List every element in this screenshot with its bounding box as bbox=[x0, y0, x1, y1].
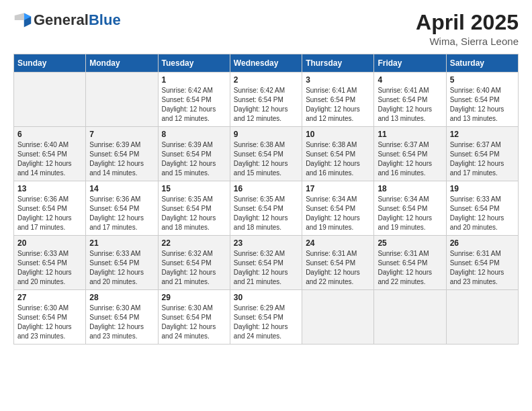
calendar-table: SundayMondayTuesdayWednesdayThursdayFrid… bbox=[13, 54, 519, 345]
calendar-week-row: 13Sunrise: 6:36 AMSunset: 6:54 PMDayligh… bbox=[14, 181, 519, 236]
day-info: Sunrise: 6:42 AMSunset: 6:54 PMDaylight:… bbox=[162, 86, 226, 124]
weekday-header-friday: Friday bbox=[374, 54, 446, 73]
day-number: 23 bbox=[234, 238, 298, 248]
day-info: Sunrise: 6:38 AMSunset: 6:54 PMDaylight:… bbox=[234, 140, 298, 178]
day-info: Sunrise: 6:35 AMSunset: 6:54 PMDaylight:… bbox=[162, 195, 226, 232]
logo-general: General bbox=[34, 12, 89, 28]
calendar-day-cell: 23Sunrise: 6:32 AMSunset: 6:54 PMDayligh… bbox=[230, 236, 302, 290]
day-number: 27 bbox=[17, 293, 82, 302]
calendar-day-cell: 2Sunrise: 6:42 AMSunset: 6:54 PMDaylight… bbox=[230, 73, 302, 127]
calendar-day-cell: 22Sunrise: 6:32 AMSunset: 6:54 PMDayligh… bbox=[158, 236, 230, 290]
day-info: Sunrise: 6:30 AMSunset: 6:54 PMDaylight:… bbox=[89, 304, 154, 341]
calendar-day-cell: 5Sunrise: 6:40 AMSunset: 6:54 PMDaylight… bbox=[446, 73, 518, 127]
day-number: 22 bbox=[162, 238, 226, 248]
day-info: Sunrise: 6:32 AMSunset: 6:54 PMDaylight:… bbox=[162, 249, 226, 287]
day-info: Sunrise: 6:34 AMSunset: 6:54 PMDaylight:… bbox=[306, 195, 370, 232]
weekday-header-sunday: Sunday bbox=[14, 54, 86, 73]
day-info: Sunrise: 6:35 AMSunset: 6:54 PMDaylight:… bbox=[234, 195, 298, 232]
calendar-day-cell: 29Sunrise: 6:30 AMSunset: 6:54 PMDayligh… bbox=[158, 290, 230, 345]
day-number: 7 bbox=[89, 130, 154, 139]
day-info: Sunrise: 6:29 AMSunset: 6:54 PMDaylight:… bbox=[234, 304, 298, 341]
logo-text: General Blue bbox=[34, 12, 121, 28]
day-info: Sunrise: 6:37 AMSunset: 6:54 PMDaylight:… bbox=[378, 140, 442, 178]
calendar-day-cell: 19Sunrise: 6:33 AMSunset: 6:54 PMDayligh… bbox=[446, 181, 518, 236]
calendar-day-cell: 28Sunrise: 6:30 AMSunset: 6:54 PMDayligh… bbox=[86, 290, 158, 345]
day-number: 5 bbox=[450, 75, 515, 85]
day-info: Sunrise: 6:42 AMSunset: 6:54 PMDaylight:… bbox=[234, 86, 298, 124]
day-info: Sunrise: 6:33 AMSunset: 6:54 PMDaylight:… bbox=[89, 249, 154, 287]
calendar-day-cell bbox=[446, 290, 518, 345]
calendar-day-cell: 10Sunrise: 6:38 AMSunset: 6:54 PMDayligh… bbox=[302, 127, 374, 181]
day-number: 6 bbox=[17, 130, 82, 139]
calendar-day-cell: 20Sunrise: 6:33 AMSunset: 6:54 PMDayligh… bbox=[14, 236, 86, 290]
day-info: Sunrise: 6:39 AMSunset: 6:54 PMDaylight:… bbox=[162, 140, 226, 178]
day-info: Sunrise: 6:32 AMSunset: 6:54 PMDaylight:… bbox=[234, 249, 298, 287]
calendar-day-cell: 7Sunrise: 6:39 AMSunset: 6:54 PMDaylight… bbox=[86, 127, 158, 181]
calendar-week-row: 20Sunrise: 6:33 AMSunset: 6:54 PMDayligh… bbox=[14, 236, 519, 290]
calendar-day-cell: 8Sunrise: 6:39 AMSunset: 6:54 PMDaylight… bbox=[158, 127, 230, 181]
day-number: 30 bbox=[234, 293, 298, 302]
calendar-day-cell: 6Sunrise: 6:40 AMSunset: 6:54 PMDaylight… bbox=[14, 127, 86, 181]
calendar-day-cell bbox=[302, 290, 374, 345]
logo: General Blue bbox=[13, 11, 121, 30]
day-number: 26 bbox=[450, 238, 515, 248]
calendar-title: April 2025 bbox=[416, 11, 519, 34]
weekday-header-wednesday: Wednesday bbox=[230, 54, 302, 73]
day-number: 2 bbox=[234, 75, 298, 85]
calendar-page: General Blue April 2025 Wima, Sierra Leo… bbox=[0, 0, 532, 411]
logo-icon bbox=[13, 11, 32, 30]
calendar-week-row: 6Sunrise: 6:40 AMSunset: 6:54 PMDaylight… bbox=[14, 127, 519, 181]
day-info: Sunrise: 6:30 AMSunset: 6:54 PMDaylight:… bbox=[162, 304, 226, 341]
calendar-day-cell: 24Sunrise: 6:31 AMSunset: 6:54 PMDayligh… bbox=[302, 236, 374, 290]
day-number: 28 bbox=[89, 293, 154, 302]
day-info: Sunrise: 6:40 AMSunset: 6:54 PMDaylight:… bbox=[17, 140, 82, 178]
day-info: Sunrise: 6:36 AMSunset: 6:54 PMDaylight:… bbox=[89, 195, 154, 232]
page-header: General Blue April 2025 Wima, Sierra Leo… bbox=[13, 11, 519, 47]
svg-marker-2 bbox=[15, 13, 24, 21]
day-number: 10 bbox=[306, 130, 370, 139]
day-number: 9 bbox=[234, 130, 298, 139]
calendar-day-cell: 4Sunrise: 6:41 AMSunset: 6:54 PMDaylight… bbox=[374, 73, 446, 127]
calendar-day-cell: 17Sunrise: 6:34 AMSunset: 6:54 PMDayligh… bbox=[302, 181, 374, 236]
day-info: Sunrise: 6:31 AMSunset: 6:54 PMDaylight:… bbox=[450, 249, 515, 287]
calendar-day-cell bbox=[86, 73, 158, 127]
title-block: April 2025 Wima, Sierra Leone bbox=[416, 11, 519, 47]
calendar-day-cell: 14Sunrise: 6:36 AMSunset: 6:54 PMDayligh… bbox=[86, 181, 158, 236]
day-number: 1 bbox=[162, 75, 226, 85]
day-info: Sunrise: 6:33 AMSunset: 6:54 PMDaylight:… bbox=[17, 249, 82, 287]
calendar-day-cell: 3Sunrise: 6:41 AMSunset: 6:54 PMDaylight… bbox=[302, 73, 374, 127]
day-info: Sunrise: 6:41 AMSunset: 6:54 PMDaylight:… bbox=[378, 86, 442, 124]
day-number: 12 bbox=[450, 130, 515, 139]
day-number: 3 bbox=[306, 75, 370, 85]
calendar-week-row: 27Sunrise: 6:30 AMSunset: 6:54 PMDayligh… bbox=[14, 290, 519, 345]
day-info: Sunrise: 6:31 AMSunset: 6:54 PMDaylight:… bbox=[378, 249, 442, 287]
calendar-day-cell: 18Sunrise: 6:34 AMSunset: 6:54 PMDayligh… bbox=[374, 181, 446, 236]
calendar-day-cell bbox=[374, 290, 446, 345]
day-info: Sunrise: 6:30 AMSunset: 6:54 PMDaylight:… bbox=[17, 304, 82, 341]
calendar-day-cell: 12Sunrise: 6:37 AMSunset: 6:54 PMDayligh… bbox=[446, 127, 518, 181]
weekday-header-monday: Monday bbox=[86, 54, 158, 73]
calendar-day-cell: 13Sunrise: 6:36 AMSunset: 6:54 PMDayligh… bbox=[14, 181, 86, 236]
day-number: 21 bbox=[89, 238, 154, 248]
day-info: Sunrise: 6:39 AMSunset: 6:54 PMDaylight:… bbox=[89, 140, 154, 178]
weekday-header-saturday: Saturday bbox=[446, 54, 518, 73]
day-info: Sunrise: 6:34 AMSunset: 6:54 PMDaylight:… bbox=[378, 195, 442, 232]
day-number: 18 bbox=[378, 184, 442, 193]
day-number: 16 bbox=[234, 184, 298, 193]
day-number: 17 bbox=[306, 184, 370, 193]
day-number: 15 bbox=[162, 184, 226, 193]
day-number: 29 bbox=[162, 293, 226, 302]
calendar-subtitle: Wima, Sierra Leone bbox=[416, 36, 519, 47]
calendar-day-cell: 15Sunrise: 6:35 AMSunset: 6:54 PMDayligh… bbox=[158, 181, 230, 236]
calendar-day-cell: 27Sunrise: 6:30 AMSunset: 6:54 PMDayligh… bbox=[14, 290, 86, 345]
calendar-day-cell: 1Sunrise: 6:42 AMSunset: 6:54 PMDaylight… bbox=[158, 73, 230, 127]
day-number: 25 bbox=[378, 238, 442, 248]
day-number: 4 bbox=[378, 75, 442, 85]
calendar-day-cell: 26Sunrise: 6:31 AMSunset: 6:54 PMDayligh… bbox=[446, 236, 518, 290]
day-info: Sunrise: 6:38 AMSunset: 6:54 PMDaylight:… bbox=[306, 140, 370, 178]
day-number: 14 bbox=[89, 184, 154, 193]
calendar-day-cell: 9Sunrise: 6:38 AMSunset: 6:54 PMDaylight… bbox=[230, 127, 302, 181]
day-number: 20 bbox=[17, 238, 82, 248]
calendar-day-cell: 25Sunrise: 6:31 AMSunset: 6:54 PMDayligh… bbox=[374, 236, 446, 290]
day-info: Sunrise: 6:40 AMSunset: 6:54 PMDaylight:… bbox=[450, 86, 515, 124]
